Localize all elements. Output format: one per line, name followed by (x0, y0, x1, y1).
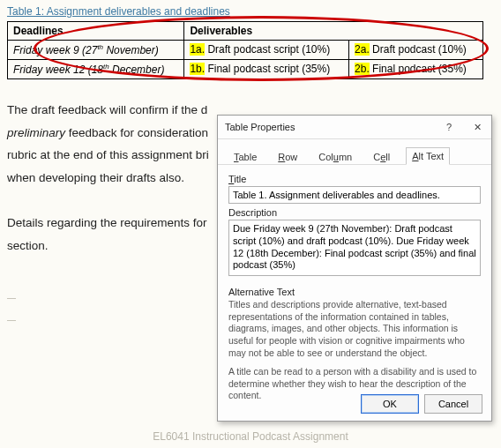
title-input[interactable] (228, 186, 481, 204)
dialog-title: Table Properties (218, 122, 435, 132)
dialog-titlebar[interactable]: Table Properties ? ✕ (218, 116, 491, 139)
ok-button[interactable]: OK (361, 394, 419, 414)
margin-marker (7, 298, 16, 321)
deadline-text: Friday week 9 (27 (13, 44, 97, 56)
tab-row[interactable]: Row (273, 149, 303, 165)
title-label: Title (228, 174, 481, 184)
col-deadlines: Deadlines (8, 22, 184, 41)
description-label: Description (228, 207, 481, 218)
table-properties-dialog: Table Properties ? ✕ Table Row Column Ce… (217, 115, 492, 422)
alt-text-help-1: Titles and descriptions provide alternat… (228, 299, 481, 359)
tab-cell[interactable]: Cell (368, 149, 395, 165)
tab-alt-text[interactable]: Alt Text (406, 147, 450, 165)
tag-1a: 1a. (190, 43, 205, 56)
tag-2b: 2b. (355, 63, 370, 75)
body-paragraphs: The draft feedback will confirm if the d… (7, 99, 219, 257)
cancel-button[interactable]: Cancel (424, 394, 482, 414)
col-deliverables: Deliverables (184, 22, 483, 41)
tag-1b: 1b. (190, 63, 205, 75)
close-icon[interactable]: ✕ (463, 116, 491, 138)
dialog-tabs: Table Row Column Cell Alt Text (218, 139, 491, 165)
description-input[interactable] (228, 220, 481, 276)
help-icon[interactable]: ? (435, 116, 463, 138)
tab-column[interactable]: Column (313, 149, 357, 165)
table-row: Friday week 12 (18th December) 1b. Final… (8, 60, 483, 79)
deadline-text: Friday week 12 (18 (13, 63, 103, 76)
table-caption: Table 1: Assignment deliverables and dea… (7, 5, 494, 18)
tab-table[interactable]: Table (228, 149, 262, 165)
page-footer: EL6041 Instructional Podcast Assignment (0, 430, 501, 443)
alt-text-heading: Alternative Text (228, 287, 481, 297)
tag-2a: 2a. (355, 43, 370, 56)
table-row: Friday week 9 (27th November) 1a. Draft … (8, 41, 483, 60)
assignment-table: Deadlines Deliverables Friday week 9 (27… (7, 21, 483, 79)
